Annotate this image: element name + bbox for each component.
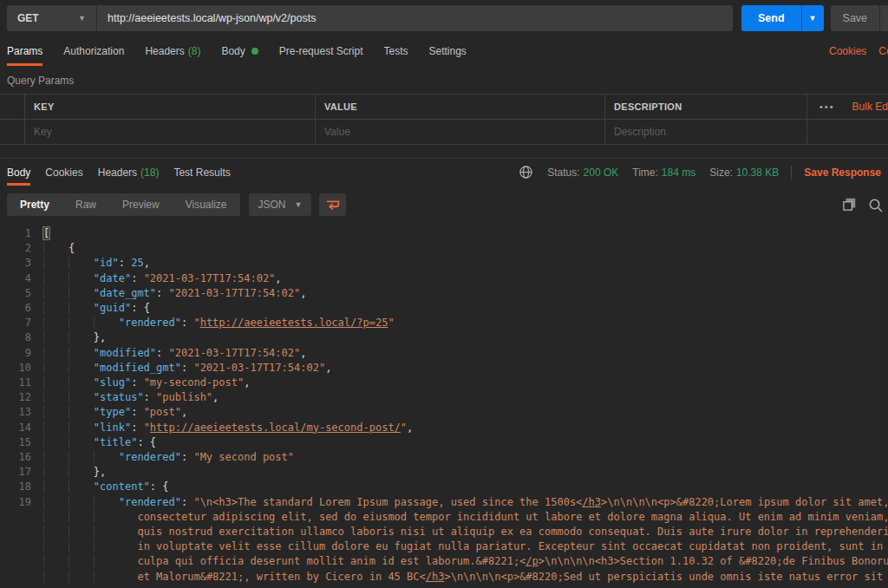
chevron-down-icon: ▼	[809, 15, 817, 23]
bulk-edit-button[interactable]: Bulk Edit	[852, 101, 888, 113]
code-line: culpa qui officia deserunt mollit anim i…	[0, 554, 888, 569]
tab-settings[interactable]: Settings	[429, 36, 467, 66]
tab-body[interactable]: Body	[221, 36, 258, 66]
green-dot-icon	[251, 48, 258, 55]
line-number	[0, 510, 31, 525]
language-select[interactable]: JSON ▼	[249, 193, 312, 216]
line-number	[0, 570, 31, 585]
line-number	[0, 554, 31, 569]
request-tabs: ParamsAuthorizationHeaders(8)BodyPre-req…	[0, 36, 888, 66]
tab-label: Headers	[145, 45, 184, 57]
tab-count-badge: (18)	[140, 167, 159, 179]
chevron-down-icon: ▼	[295, 201, 303, 209]
tab-test-results[interactable]: Test Results	[173, 159, 230, 186]
line-number: 7	[0, 316, 31, 330]
language-label: JSON	[258, 199, 286, 211]
tab-label: Tests	[383, 45, 408, 57]
time-label: Time:	[632, 167, 658, 179]
line-number: 14	[0, 421, 31, 435]
code-line: 13 "type": "post",	[0, 405, 888, 420]
row-handle-cell	[0, 120, 24, 144]
method-select[interactable]: GET ▼	[7, 5, 97, 31]
code-line: 10 "modified_gmt": "2021-03-17T17:54:02"…	[0, 361, 888, 376]
response-meta: Status: 200 OK Time: 184 ms Size: 10.38 …	[519, 165, 888, 180]
tab-label: Body	[7, 167, 30, 179]
code-line: 6 "guid": {	[0, 301, 888, 316]
line-number	[0, 525, 31, 539]
tab-headers[interactable]: Headers(8)	[145, 36, 200, 66]
request-tab-list: ParamsAuthorizationHeaders(8)BodyPre-req…	[7, 36, 487, 66]
response-tab-list: BodyCookiesHeaders(18)Test Results	[7, 159, 245, 186]
tab-pre-request-script[interactable]: Pre-request Script	[279, 36, 363, 66]
url-input[interactable]: http://aeeieetests.local/wp-json/wp/v2/p…	[97, 12, 326, 24]
request-bar: GET ▼ http://aeeieetests.local/wp-json/w…	[0, 0, 888, 31]
query-params-title: Query Params	[0, 66, 888, 94]
search-icon[interactable]	[868, 198, 883, 212]
globe-icon[interactable]	[519, 165, 533, 180]
tab-label: Pre-request Script	[279, 45, 363, 57]
send-button[interactable]: Send	[741, 5, 801, 31]
chevron-down-icon: ▼	[78, 15, 86, 23]
line-number: 13	[0, 405, 31, 420]
save-button[interactable]: Save	[831, 5, 880, 31]
params-actions-cell: ••• Bulk Edit	[806, 95, 888, 119]
copy-icon[interactable]	[842, 198, 857, 212]
status-label: Status:	[547, 167, 579, 179]
code-line: et Malorum&#8221;, written by Cicero in …	[0, 570, 888, 585]
response-section: BodyCookiesHeaders(18)Test Results Statu…	[0, 158, 888, 585]
line-number: 19	[0, 495, 31, 510]
view-mode-raw[interactable]: Raw	[62, 193, 109, 216]
tab-cookies[interactable]: Cookies	[45, 159, 82, 186]
code-line: 19 "rendered": "\n<h3>The standard Lorem…	[0, 495, 888, 510]
line-number	[0, 539, 31, 554]
tab-tests[interactable]: Tests	[383, 36, 408, 66]
tab-authorization[interactable]: Authorization	[63, 36, 124, 66]
save-response-button[interactable]: Save Response	[804, 167, 881, 179]
params-actions-cell	[806, 120, 888, 144]
tab-headers[interactable]: Headers(18)	[98, 159, 160, 186]
tab-label: Params	[7, 45, 42, 57]
line-number: 11	[0, 376, 31, 390]
tab-label: Cookies	[45, 167, 82, 179]
line-number: 4	[0, 271, 31, 286]
method-label: GET	[17, 12, 39, 24]
line-number: 1	[0, 226, 31, 241]
description-input[interactable]: Description	[604, 120, 806, 144]
view-mode-visualize[interactable]: Visualize	[173, 193, 240, 216]
more-actions-icon[interactable]: •••	[819, 101, 835, 112]
url-container: GET ▼ http://aeeieetests.local/wp-json/w…	[7, 5, 733, 31]
tab-label: Test Results	[173, 167, 230, 179]
tab-label: Body	[221, 45, 245, 57]
tab-body[interactable]: Body	[7, 159, 30, 186]
line-number: 18	[0, 480, 31, 494]
size-value: 10.38 KB	[736, 167, 779, 179]
code-link[interactable]: Code	[878, 45, 888, 57]
wrap-text-button[interactable]	[319, 193, 346, 216]
view-mode-pretty[interactable]: Pretty	[7, 193, 62, 216]
code-line: 12 "status": "publish",	[0, 390, 888, 405]
line-number: 2	[0, 241, 31, 256]
value-input[interactable]: Value	[315, 120, 604, 144]
code-line: 11 "slug": "my-second-post",	[0, 376, 888, 390]
line-number: 9	[0, 346, 31, 361]
view-mode-preview[interactable]: Preview	[109, 193, 173, 216]
send-options-button[interactable]: ▼	[801, 5, 824, 31]
response-body-json[interactable]: 1[2 {3 "id": 25,4 "date": "2021-03-17T17…	[0, 221, 888, 585]
code-line: 17 },	[0, 465, 888, 480]
postman-app: GET ▼ http://aeeieetests.local/wp-json/w…	[0, 0, 888, 585]
code-line: 18 "content": {	[0, 480, 888, 494]
line-number: 8	[0, 330, 31, 345]
line-number: 12	[0, 390, 31, 405]
column-header-key: KEY	[24, 95, 315, 119]
code-line: 5 "date_gmt": "2021-03-17T17:54:02",	[0, 286, 888, 301]
params-input-row: Key Value Description	[0, 120, 888, 145]
query-params-table: KEY VALUE DESCRIPTION ••• Bulk Edit Key …	[0, 94, 888, 145]
save-options-button[interactable]: ▼	[879, 5, 888, 31]
line-number: 15	[0, 435, 31, 450]
cookies-link[interactable]: Cookies	[829, 45, 866, 57]
tab-label: Authorization	[63, 45, 124, 57]
tab-params[interactable]: Params	[7, 36, 42, 66]
key-input[interactable]: Key	[24, 120, 315, 144]
code-line: 14 "link": "http://aeeieetests.local/my-…	[0, 421, 888, 435]
line-number: 3	[0, 256, 31, 271]
